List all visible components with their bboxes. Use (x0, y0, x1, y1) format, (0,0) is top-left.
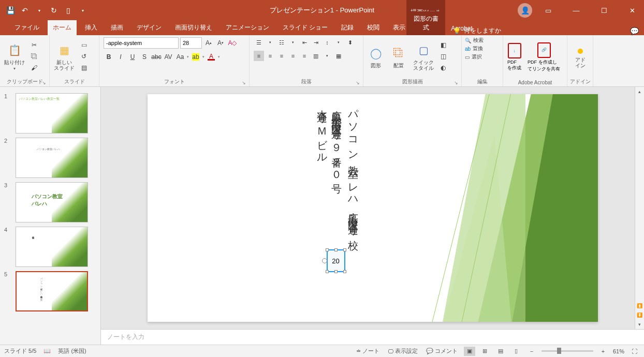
spacing-dropdown-icon[interactable]: ▾ (333, 37, 344, 48)
shapes-button[interactable]: ◯ 図形 (365, 44, 386, 69)
resize-handle-bm[interactable] (334, 270, 338, 273)
shape-effects-icon[interactable]: ◐ (438, 63, 448, 73)
find-button[interactable]: 🔍検索 (464, 36, 501, 44)
increase-font-icon[interactable]: A▴ (203, 38, 214, 48)
reading-view-icon[interactable]: ▤ (495, 347, 506, 356)
arrange-button[interactable]: ⿻ 配置 (388, 44, 409, 69)
layout-icon[interactable]: ▭ (79, 40, 89, 50)
notes-pane[interactable]: ノートを入力 (101, 329, 644, 345)
decrease-font-icon[interactable]: A▾ (215, 38, 226, 48)
fit-to-window-icon[interactable]: ⛶ (628, 347, 640, 356)
create-pdf-button[interactable]: ↓ PDF を作成 (505, 42, 523, 72)
zoom-out-icon[interactable]: − (526, 347, 537, 356)
clipboard-launcher-icon[interactable]: ↘ (42, 80, 46, 85)
decrease-indent-icon[interactable]: ⇤ (299, 37, 310, 48)
tab-home[interactable]: ホーム (48, 20, 77, 35)
ribbon-display-icon[interactable]: ▭ (536, 3, 560, 18)
resize-handle-tr[interactable] (343, 248, 346, 251)
align-right-icon[interactable]: ≡ (276, 51, 287, 61)
align-left-icon[interactable]: ≡ (254, 51, 264, 61)
justify-icon[interactable]: ≡ (288, 51, 298, 61)
notes-toggle[interactable]: ≐ノート (354, 346, 382, 356)
distribute-icon[interactable]: ≡ (299, 51, 310, 61)
format-painter-icon[interactable]: 🖌 (29, 63, 39, 73)
qat-customize-icon[interactable]: ▾ (77, 4, 89, 17)
highlight-icon[interactable]: ab (191, 52, 201, 62)
resize-handle-tm[interactable] (334, 248, 338, 251)
spellcheck-icon[interactable]: 📖 (43, 348, 51, 354)
minimize-button[interactable]: — (564, 3, 588, 18)
vertical-scrollbar[interactable]: ▴ ⏫ ⏬ ▾ (635, 87, 644, 329)
scroll-track[interactable] (635, 96, 644, 301)
select-button[interactable]: ▭選択 (464, 53, 501, 61)
char-spacing-icon[interactable]: AV (163, 52, 173, 62)
comments-button[interactable]: 💬コメント (424, 346, 460, 356)
case-dropdown-icon[interactable]: ▾ (187, 55, 189, 59)
slide-counter[interactable]: スライド 5/5 (4, 347, 36, 355)
align-center-icon[interactable]: ≡ (265, 51, 275, 61)
tab-shape-format[interactable]: 図形の書式 (406, 11, 445, 35)
slide-sorter-view-icon[interactable]: ⊞ (479, 347, 491, 356)
bullets-dropdown-icon[interactable]: ▾ (265, 37, 275, 48)
slide-canvas[interactable]: パソコン教室パレハ広島市中区本通り校 広島県広島市中区本通り９番２０号 本通りＭ… (101, 87, 644, 329)
drawing-launcher-icon[interactable]: ↘ (454, 80, 458, 85)
zoom-level[interactable]: 61% (613, 348, 624, 354)
italic-button[interactable]: I (115, 52, 126, 62)
share-pdf-button[interactable]: 🔗 PDF を作成し てリンクを共有 (525, 41, 562, 73)
tab-draw[interactable]: 描画 (106, 20, 128, 35)
shape-outline-icon[interactable]: ◫ (438, 51, 448, 62)
paste-dropdown-icon[interactable]: ▾ (13, 66, 16, 71)
columns-dropdown-icon[interactable]: ▾ (322, 51, 332, 61)
highlight-dropdown-icon[interactable]: ▾ (202, 55, 204, 59)
line-spacing-icon[interactable]: ↕ (322, 37, 332, 48)
font-color-dropdown-icon[interactable]: ▾ (218, 55, 220, 59)
bold-button[interactable]: B (104, 52, 114, 62)
new-slide-button[interactable]: ▦ 新しい スライド (52, 41, 77, 72)
scroll-up-icon[interactable]: ▴ (635, 87, 644, 96)
thumbnail-1[interactable]: 1パソコン教室パレハ教室一覧 (0, 91, 100, 136)
slide-text-line2[interactable]: 広島県広島市中区本通り９番２０号 (330, 102, 344, 178)
display-settings[interactable]: 🖵表示設定 (386, 346, 420, 356)
section-icon[interactable]: ▤ (79, 63, 89, 73)
font-color-icon[interactable]: A (206, 52, 216, 62)
change-case-icon[interactable]: Aa (175, 52, 185, 62)
selected-text[interactable]: 20 (332, 257, 339, 265)
columns-icon[interactable]: ▥ (311, 51, 321, 61)
tab-insert[interactable]: 挿入 (80, 20, 103, 35)
undo-icon[interactable]: ↶ (19, 4, 31, 17)
close-button[interactable]: ✕ (620, 3, 644, 18)
prev-slide-icon[interactable]: ⏫ (635, 301, 644, 310)
slideshow-view-icon[interactable]: ▯ (510, 347, 522, 356)
redo-icon[interactable]: ↻ (48, 4, 60, 17)
start-from-beginning-icon[interactable]: ▯ (62, 4, 75, 17)
reset-icon[interactable]: ↺ (79, 51, 89, 62)
zoom-in-icon[interactable]: + (597, 347, 609, 356)
maximize-button[interactable]: ☐ (592, 3, 616, 18)
font-name-input[interactable] (104, 37, 179, 49)
tab-animations[interactable]: アニメーション (221, 20, 274, 35)
save-icon[interactable]: 💾 (4, 4, 17, 17)
text-direction-icon[interactable]: ⬍ (345, 37, 355, 48)
replace-button[interactable]: ab置換 (464, 44, 501, 53)
resize-handle-br[interactable] (343, 270, 346, 273)
bullets-icon[interactable]: ☰ (254, 37, 264, 48)
zoom-slider-thumb[interactable] (557, 348, 561, 354)
tab-design[interactable]: デザイン (131, 20, 167, 35)
thumbnail-pane[interactable]: 1パソコン教室パレハ教室一覧 2パソコン教室パレハ 3パソコン教室パレハ 4広島… (0, 87, 101, 345)
font-size-input[interactable] (180, 37, 202, 49)
clear-format-icon[interactable]: A◇ (227, 38, 238, 48)
selected-text-box[interactable]: 20 (327, 249, 345, 272)
scroll-down-icon[interactable]: ▾ (635, 320, 644, 329)
slide-text-line1[interactable]: パソコン教室パレハ広島市中区本通り校 (346, 102, 361, 234)
undo-dropdown-icon[interactable]: ▾ (33, 4, 46, 17)
resize-handle-tl[interactable] (326, 248, 329, 251)
shape-fill-icon[interactable]: ◧ (438, 40, 448, 50)
next-slide-icon[interactable]: ⏬ (635, 310, 644, 320)
comments-toggle-icon[interactable]: 💬 (630, 27, 639, 35)
quick-styles-button[interactable]: ▢ クイック スタイル (411, 41, 436, 72)
paste-button[interactable]: 📋 貼り付け ▾ (2, 41, 27, 72)
tab-record[interactable]: 記録 (336, 20, 359, 35)
increase-indent-icon[interactable]: ⇥ (311, 37, 321, 48)
underline-button[interactable]: U (127, 52, 138, 62)
font-launcher-icon[interactable]: ↘ (242, 80, 246, 85)
